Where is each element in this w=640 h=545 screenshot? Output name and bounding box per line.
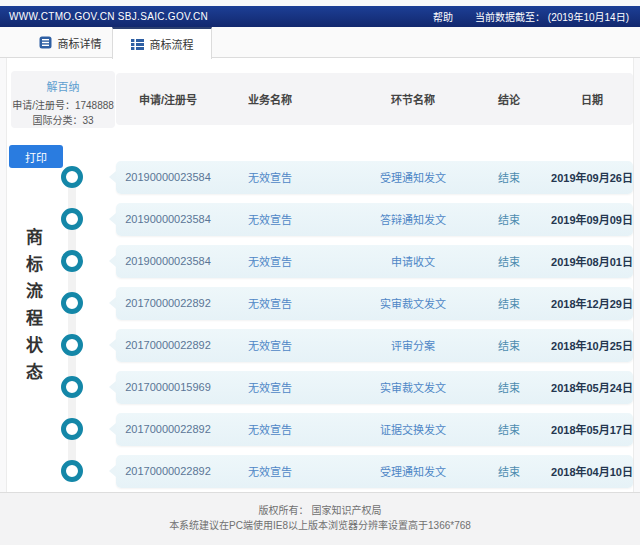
tab-label: 商标详情 — [58, 35, 102, 51]
row-step-name: 答辩通知发文 — [380, 211, 446, 227]
row-step-name: 受理通知发文 — [380, 463, 446, 479]
row-app-number: 20170000022892 — [125, 339, 211, 351]
row-conclusion: 结束 — [498, 421, 520, 437]
row-conclusion: 结束 — [498, 463, 520, 479]
column-header-app-number: 申请/注册号 — [139, 91, 197, 107]
row-step-name: 受理通知发文 — [380, 169, 446, 185]
process-row: 20190000023584 无效宣告 申请收文 结束 2019年08月01日 — [116, 245, 633, 278]
main-panel: 解百纳 申请/注册号：1748888 国际分类：33 申请/注册号 业务名称 环… — [6, 58, 634, 492]
document-icon — [39, 36, 52, 49]
timeline-node — [61, 250, 83, 272]
row-step-name: 申请收文 — [391, 253, 435, 269]
browser-advice-line: 本系统建议在PC端使用IE8以上版本浏览器分辨率设置高于1366*768 — [0, 518, 640, 533]
row-app-number: 20170000015969 — [125, 381, 211, 393]
row-business-name: 无效宣告 — [248, 211, 292, 227]
row-step-name: 实审裁文发文 — [380, 379, 446, 395]
process-row: 20170000022892 无效宣告 证据交换发文 结束 2018年05月17… — [116, 413, 633, 446]
process-row: 20170000022892 无效宣告 实审裁文发文 结束 2018年12月29… — [116, 287, 633, 320]
copyright-line: 版权所有： 国家知识产权局 — [0, 503, 640, 518]
timeline-node — [61, 208, 83, 230]
help-link[interactable]: 帮助 — [433, 9, 453, 24]
footer: 版权所有： 国家知识产权局 本系统建议在PC端使用IE8以上版本浏览器分辨率设置… — [0, 492, 640, 545]
row-conclusion: 结束 — [498, 169, 520, 185]
row-step-name: 实审裁文发文 — [380, 295, 446, 311]
process-status-title: 商标流程状态 — [22, 228, 42, 390]
data-cutoff-date: 当前数据截至： (2019年10月14日) — [475, 9, 629, 24]
row-business-name: 无效宣告 — [248, 421, 292, 437]
row-conclusion: 结束 — [498, 211, 520, 227]
column-header-business-name: 业务名称 — [248, 91, 292, 107]
timeline-node — [61, 166, 83, 188]
page: WWW.CTMO.GOV.CN SBJ.SAIC.GOV.CN 帮助 当前数据截… — [0, 0, 640, 545]
list-icon — [131, 38, 144, 51]
process-row: 20170000015969 无效宣告 实审裁文发文 结束 2018年05月24… — [116, 371, 633, 404]
column-header-conclusion: 结论 — [498, 91, 520, 107]
row-step-name: 证据交换发文 — [380, 421, 446, 437]
column-header-step-name: 环节名称 — [391, 91, 435, 107]
row-step-name: 评审分案 — [391, 337, 435, 353]
row-conclusion: 结束 — [498, 379, 520, 395]
tab-bar: 商标详情 商标流程 — [0, 27, 640, 58]
row-business-name: 无效宣告 — [248, 295, 292, 311]
row-date: 2018年12月29日 — [551, 295, 633, 311]
process-row: 20170000022892 无效宣告 评审分案 结束 2018年10月25日 — [116, 329, 633, 362]
row-business-name: 无效宣告 — [248, 463, 292, 479]
row-date: 2018年05月17日 — [551, 421, 633, 437]
row-app-number: 20170000022892 — [125, 465, 211, 477]
topbar: WWW.CTMO.GOV.CN SBJ.SAIC.GOV.CN 帮助 当前数据截… — [0, 6, 640, 27]
timeline-node — [61, 334, 83, 356]
row-date: 2019年08月01日 — [551, 253, 633, 269]
trademark-info-card: 解百纳 申请/注册号：1748888 国际分类：33 — [11, 71, 115, 128]
row-date: 2019年09月26日 — [551, 169, 633, 185]
table-header: 申请/注册号 业务名称 环节名称 结论 日期 — [116, 73, 633, 125]
tab-label: 商标流程 — [150, 36, 194, 52]
process-row: 20190000023584 无效宣告 受理通知发文 结束 2019年09月26… — [116, 161, 633, 194]
row-business-name: 无效宣告 — [248, 253, 292, 269]
timeline-node — [61, 292, 83, 314]
row-date: 2019年09月09日 — [551, 211, 633, 227]
row-business-name: 无效宣告 — [248, 337, 292, 353]
registration-number: 申请/注册号：1748888 — [11, 98, 115, 113]
row-date: 2018年04月10日 — [551, 463, 633, 479]
process-row: 20190000023584 无效宣告 答辩通知发文 结束 2019年09月09… — [116, 203, 633, 236]
trademark-name: 解百纳 — [11, 78, 115, 94]
row-business-name: 无效宣告 — [248, 379, 292, 395]
row-date: 2018年10月25日 — [551, 337, 633, 353]
timeline-node — [61, 376, 83, 398]
site-url: WWW.CTMO.GOV.CN SBJ.SAIC.GOV.CN — [9, 11, 208, 22]
tab-trademark-process[interactable]: 商标流程 — [112, 27, 212, 59]
print-button[interactable]: 打印 — [9, 145, 63, 168]
process-row: 20170000022892 无效宣告 受理通知发文 结束 2018年04月10… — [116, 455, 633, 488]
row-app-number: 20170000022892 — [125, 297, 211, 309]
timeline-node — [61, 460, 83, 482]
row-app-number: 20190000023584 — [125, 171, 211, 183]
row-conclusion: 结束 — [498, 337, 520, 353]
column-header-date: 日期 — [581, 91, 603, 107]
timeline-node — [61, 418, 83, 440]
tab-trademark-details[interactable]: 商标详情 — [28, 27, 112, 58]
row-app-number: 20190000023584 — [125, 255, 211, 267]
international-class: 国际分类：33 — [11, 113, 115, 128]
row-app-number: 20190000023584 — [125, 213, 211, 225]
row-conclusion: 结束 — [498, 253, 520, 269]
row-conclusion: 结束 — [498, 295, 520, 311]
row-date: 2018年05月24日 — [551, 379, 633, 395]
row-app-number: 20170000022892 — [125, 423, 211, 435]
row-business-name: 无效宣告 — [248, 169, 292, 185]
